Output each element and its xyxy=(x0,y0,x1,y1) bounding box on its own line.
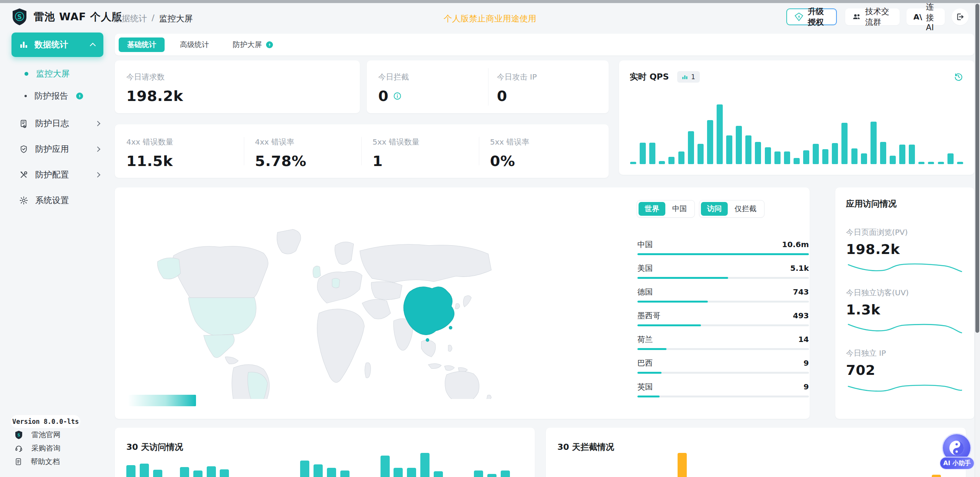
map-germany xyxy=(332,278,340,288)
sidebar-item-monitor-screen[interactable]: 监控大屏 xyxy=(11,65,103,83)
connect-ai-button[interactable]: A\ 连接 AI xyxy=(906,8,945,25)
stat-label: 5xx 错误数量 xyxy=(372,137,471,147)
visit-bar xyxy=(420,453,430,477)
tab-protection-screen[interactable]: 防护大屏 xyxy=(224,37,282,52)
visit-bar xyxy=(327,468,336,477)
map-alaska xyxy=(157,258,180,279)
ai-assistant-label: AI 小助手 xyxy=(939,457,975,470)
toggle-blocks-only[interactable]: 仅拦截 xyxy=(728,202,763,216)
logout-icon xyxy=(956,12,965,21)
country-bar-track xyxy=(637,348,809,350)
link-label: 帮助文档 xyxy=(31,457,60,467)
qps-badge-count: 1 xyxy=(691,73,695,81)
country-bar-fill xyxy=(637,324,701,326)
pro-bolt-badge-icon xyxy=(76,92,83,100)
toggle-china[interactable]: 中国 xyxy=(666,202,693,216)
world-map[interactable] xyxy=(124,221,532,399)
visit-bar xyxy=(394,468,403,477)
sidebar-item-label: 数据统计 xyxy=(34,39,68,50)
sidebar-item-label: 监控大屏 xyxy=(36,68,70,80)
qps-node-badge[interactable]: 1 xyxy=(677,71,700,83)
chevron-right-icon xyxy=(95,121,100,126)
qps-bar-chart xyxy=(630,104,963,164)
ip-sparkline xyxy=(846,381,964,398)
visit-bar xyxy=(207,466,216,477)
history-icon[interactable] xyxy=(954,72,964,82)
country-row: 美国 5.1k xyxy=(637,263,809,279)
ip-section: 今日独立 IP 702 xyxy=(846,348,965,398)
link-official-site[interactable]: S 雷池官网 xyxy=(15,429,99,441)
qps-bar xyxy=(832,143,838,164)
chevron-right-icon xyxy=(95,147,100,152)
uv-sparkline xyxy=(846,321,964,337)
map-color-legend xyxy=(128,395,196,406)
visit-bar xyxy=(180,467,189,477)
qps-bar xyxy=(957,162,963,164)
chevron-up-icon xyxy=(90,42,96,49)
pro-bolt-badge-icon xyxy=(266,41,273,49)
sidebar-item-protection-logs[interactable]: 防护日志 xyxy=(11,114,103,133)
link-label: 雷池官网 xyxy=(31,430,60,440)
app-title: 雷池 WAF 个人版 xyxy=(34,10,122,24)
mini-shield-icon: S xyxy=(15,430,23,440)
map-usa xyxy=(188,298,256,335)
stat-5xx-count: 5xx 错误数量 1 xyxy=(361,137,479,165)
scrollbar-thumb[interactable] xyxy=(975,4,979,333)
qps-bar xyxy=(822,149,828,164)
country-bar-fill xyxy=(637,348,666,350)
stat-value: 1 xyxy=(372,153,383,169)
visit-bar xyxy=(501,470,510,477)
country-bar-track xyxy=(637,396,809,397)
sidebar-item-system-settings[interactable]: 系统设置 xyxy=(11,191,103,210)
country-bar-fill xyxy=(637,277,728,279)
country-ranking-list: 中国 10.6m 美国 5.1k 德国 xyxy=(637,239,809,405)
divider xyxy=(488,68,488,106)
sidebar-item-protection-config[interactable]: 防护配置 xyxy=(11,165,103,184)
qps-bar xyxy=(803,150,809,164)
visit-bar xyxy=(220,469,229,477)
visits-30day-bar-chart xyxy=(126,453,523,477)
stat-label: 4xx 错误率 xyxy=(255,137,354,147)
community-group-button[interactable]: 技术交流群 xyxy=(845,8,900,25)
tab-advanced-stats[interactable]: 高级统计 xyxy=(172,37,217,52)
qps-bar xyxy=(880,142,886,164)
stat-value: 1.3k xyxy=(846,302,965,317)
link-purchase[interactable]: 采购咨询 xyxy=(15,443,99,454)
gear-icon xyxy=(19,196,28,205)
stat-label: 今日页面浏览(PV) xyxy=(846,227,965,238)
link-help-docs[interactable]: 帮助文档 xyxy=(15,456,99,467)
ai-assistant-fab[interactable]: AI 小助手 xyxy=(942,433,972,473)
blocks-30day-bar-chart xyxy=(557,453,954,477)
stat-4xx-rate: 4xx 错误率 5.78% xyxy=(244,137,361,165)
breadcrumb-separator: / xyxy=(152,13,154,24)
upgrade-license-button[interactable]: 升级授权 xyxy=(786,8,837,25)
link-label: 采购咨询 xyxy=(31,443,60,453)
sidebar-item-label: 系统设置 xyxy=(35,195,69,206)
sidebar-item-protected-apps[interactable]: 防护应用 xyxy=(11,140,103,159)
logout-button[interactable] xyxy=(952,8,969,25)
tab-basic-stats[interactable]: 基础统计 xyxy=(119,37,165,52)
sidebar-item-label: 防护报告 xyxy=(34,90,68,102)
card-30day-visits: 30 天访问情况 xyxy=(115,428,535,477)
stat-5xx-rate: 5xx 错误率 0% xyxy=(479,137,596,165)
sidebar-item-data-stats[interactable]: 数据统计 xyxy=(11,33,103,57)
stat-label: 今日独立访客(UV) xyxy=(846,288,965,298)
breadcrumb-section[interactable]: 数据统计 xyxy=(113,13,147,24)
stat-label: 今日攻击 IP xyxy=(497,72,596,82)
qps-bar xyxy=(841,123,848,164)
sidebar-item-protection-report[interactable]: 防护报告 xyxy=(11,87,103,105)
shield-check-icon xyxy=(19,145,28,154)
country-bar-fill xyxy=(637,253,809,255)
toggle-visits[interactable]: 访问 xyxy=(701,202,728,216)
qps-bar xyxy=(794,158,800,164)
mini-bars-icon xyxy=(682,74,688,80)
stat-value: 0% xyxy=(490,153,515,169)
qps-bar xyxy=(774,151,781,164)
qps-bar xyxy=(678,151,684,164)
toggle-world[interactable]: 世界 xyxy=(639,202,665,216)
map-australia xyxy=(445,371,479,399)
qps-bar xyxy=(745,135,751,164)
qps-bar xyxy=(918,162,924,164)
visit-bar xyxy=(434,471,443,477)
info-icon[interactable] xyxy=(393,92,402,100)
